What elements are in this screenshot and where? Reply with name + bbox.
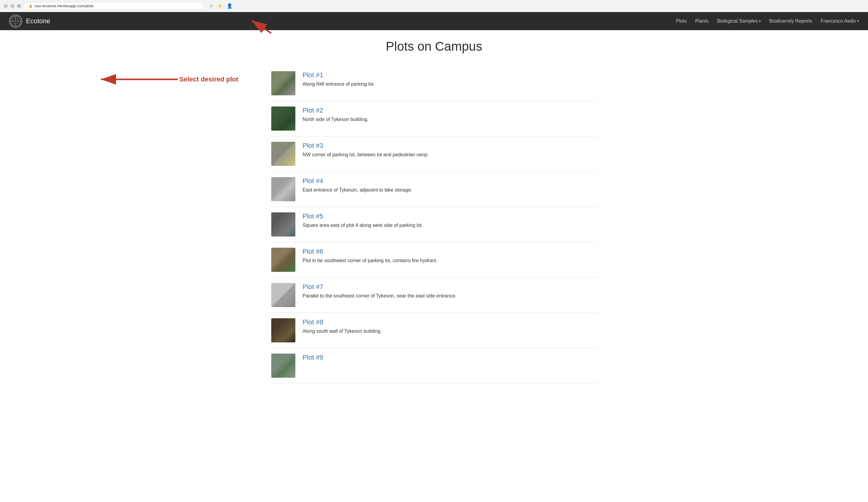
plot-thumbnail-3: [271, 142, 296, 166]
nav-item-biosamples[interactable]: Biological Samples ▾: [717, 18, 761, 24]
account-button[interactable]: 👤: [227, 3, 233, 9]
list-item: Plot #4East entrance of Tykeson, adjacen…: [271, 172, 597, 207]
plot-thumbnail-5: [271, 212, 296, 237]
page-title: Plots on Campus: [271, 39, 597, 54]
list-item: Plot #6Plot in far southwest corner of p…: [271, 242, 597, 278]
plot-thumbnail-8: [271, 318, 296, 342]
nav-item-user[interactable]: Francesco Aiello ▾: [821, 18, 859, 24]
plot-name-4[interactable]: Plot #4: [302, 177, 597, 185]
main-content: Plots on Campus Plot #1Along NW entrance…: [253, 30, 615, 392]
navbar: Ecotone Plots Plants Biological Samples …: [0, 12, 868, 30]
plot-thumbnail-6: [271, 248, 296, 272]
plot-thumbnail-4: [271, 177, 296, 201]
user-caret: ▾: [857, 19, 859, 23]
navbar-nav: Plots Plants Biological Samples ▾ Biodiv…: [676, 18, 859, 24]
plot-info-2: Plot #2North side of Tykeson building.: [302, 107, 597, 123]
nav-item-plants[interactable]: Plants: [695, 18, 709, 24]
plot-info-9: Plot #9: [302, 354, 597, 363]
plot-name-7[interactable]: Plot #7: [302, 283, 597, 291]
plot-info-6: Plot #6Plot in far southwest corner of p…: [302, 248, 597, 264]
plot-name-6[interactable]: Plot #6: [302, 248, 597, 255]
plot-description-3: NW corner of parking lot, between lot an…: [302, 151, 597, 158]
nav-dropdown-biosamples[interactable]: Biological Samples ▾: [717, 18, 761, 24]
plot-info-7: Plot #7Parallel to the southeast corner …: [302, 283, 597, 299]
plot-description-7: Parallel to the southeast corner of Tyke…: [302, 293, 597, 299]
select-plot-annotation: Select desired plot: [179, 76, 238, 83]
plot-thumbnail-2: [271, 107, 296, 131]
browser-chrome: ← → ↻ 🔒 osu-ecotone.herokuapp.com/plots …: [0, 0, 868, 12]
plot-thumbnail-7: [271, 283, 296, 307]
plot-info-4: Plot #4East entrance of Tykeson, adjacen…: [302, 177, 597, 193]
plot-name-2[interactable]: Plot #2: [302, 107, 597, 114]
plot-info-3: Plot #3NW corner of parking lot, between…: [302, 142, 597, 158]
refresh-button[interactable]: ↻: [17, 4, 21, 8]
plot-thumbnail-9: [271, 354, 296, 378]
list-item: Plot #3NW corner of parking lot, between…: [271, 137, 597, 172]
plot-description-1: Along NW entrance of parking lot.: [302, 81, 597, 88]
bookmark-button[interactable]: ☆: [209, 3, 214, 9]
biosamples-caret: ▾: [759, 19, 761, 23]
plot-info-1: Plot #1Along NW entrance of parking lot.: [302, 71, 597, 88]
plot-list: Plot #1Along NW entrance of parking lot.…: [271, 66, 597, 383]
forward-button[interactable]: →: [10, 4, 14, 8]
plot-description-2: North side of Tykeson building.: [302, 116, 597, 123]
list-item: Plot #5Square area east of plot 4 along …: [271, 207, 597, 242]
plot-name-3[interactable]: Plot #3: [302, 142, 597, 150]
plot-name-5[interactable]: Plot #5: [302, 212, 597, 220]
plot-name-1[interactable]: Plot #1: [302, 71, 597, 79]
list-item: Plot #1Along NW entrance of parking lot.: [271, 66, 597, 101]
lock-icon: 🔒: [29, 4, 33, 8]
plot-name-8[interactable]: Plot #8: [302, 318, 597, 326]
nav-label-user: Francesco Aiello: [821, 18, 856, 24]
brand-link[interactable]: Ecotone: [9, 14, 50, 28]
list-item: Plot #7Parallel to the southeast corner …: [271, 278, 597, 313]
browser-actions: ☆ ⚡ 👤: [209, 3, 233, 9]
plot-info-8: Plot #8Along south wall of Tykeson build…: [302, 318, 597, 334]
list-item: Plot #9: [271, 348, 597, 383]
list-item: Plot #8Along south wall of Tykeson build…: [271, 313, 597, 348]
extensions-button[interactable]: ⚡: [217, 3, 223, 9]
brand-name: Ecotone: [26, 17, 50, 25]
back-button[interactable]: ←: [3, 4, 8, 8]
nav-item-biodiversity[interactable]: Biodiversity Reports: [769, 18, 812, 24]
list-item: Plot #2North side of Tykeson building.: [271, 101, 597, 137]
plot-thumbnail-1: [271, 71, 296, 95]
nav-label-biosamples: Biological Samples: [717, 18, 758, 24]
nav-link-plots[interactable]: Plots: [676, 18, 687, 23]
nav-link-biodiversity[interactable]: Biodiversity Reports: [769, 18, 812, 23]
nav-dropdown-user[interactable]: Francesco Aiello ▾: [821, 18, 859, 24]
plot-description-6: Plot in far southwest corner of parking …: [302, 257, 597, 264]
plot-info-5: Plot #5Square area east of plot 4 along …: [302, 212, 597, 229]
plot-name-9[interactable]: Plot #9: [302, 354, 597, 361]
brand-logo: [9, 14, 22, 28]
plot-description-8: Along south wall of Tykeson building.: [302, 328, 597, 334]
nav-item-plots[interactable]: Plots: [676, 18, 687, 24]
plot-description-4: East entrance of Tykeson, adjacent to bi…: [302, 187, 597, 193]
nav-link-plants[interactable]: Plants: [695, 18, 709, 23]
address-bar[interactable]: 🔒 osu-ecotone.herokuapp.com/plots: [23, 2, 204, 10]
plot-description-5: Square area east of plot 4 along west si…: [302, 222, 597, 229]
url-text: osu-ecotone.herokuapp.com/plots: [35, 3, 94, 8]
